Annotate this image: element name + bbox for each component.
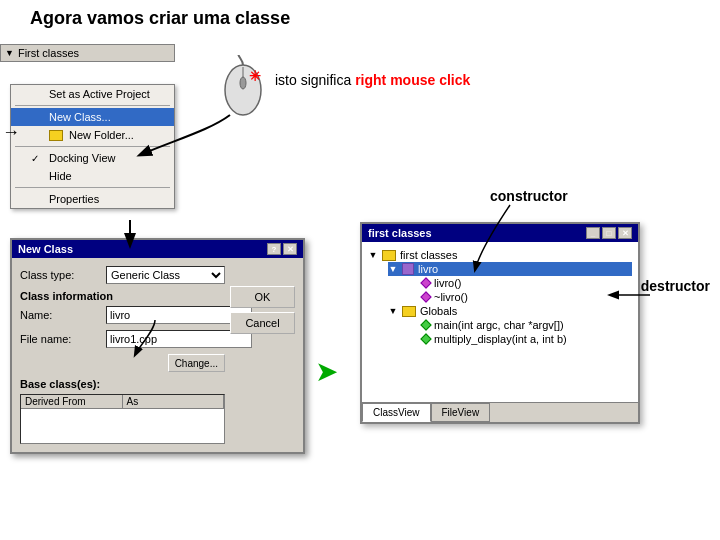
tree-label-root: first classes (400, 249, 457, 261)
constructor-label: constructor (490, 188, 568, 204)
tab-classview[interactable]: ClassView (362, 403, 431, 422)
mouse-icon: ✳ (218, 55, 268, 123)
class-type-row: Class type: Generic Class (20, 266, 225, 284)
destructor-label: destructor (641, 278, 710, 294)
tree-item-livro-constructor[interactable]: livro() (408, 276, 632, 290)
name-label: Name: (20, 309, 100, 321)
panel-titlebar-buttons: _ □ ✕ (586, 227, 632, 239)
menu-item-hide[interactable]: Hide (11, 167, 174, 185)
page-title: Agora vamos criar uma classe (30, 8, 290, 29)
class-type-select[interactable]: Generic Class (106, 266, 225, 284)
project-bar[interactable]: ▼ First classes (0, 44, 175, 62)
menu-item-new-folder[interactable]: New Folder... (11, 126, 174, 144)
as-col: As (123, 395, 225, 408)
dialog-question-btn[interactable]: ? (267, 243, 281, 255)
tree-label-constructor: livro() (434, 277, 462, 289)
diamond-constructor (420, 277, 431, 288)
tree-label-livro: livro (418, 263, 438, 275)
tree-item-root[interactable]: ▼ first classes (368, 248, 632, 262)
instruction-normal: isto significa (275, 72, 355, 88)
tree-label-main: main(int argc, char *argv[]) (434, 319, 564, 331)
expand-icon: ▼ (5, 48, 14, 58)
dialog-content-left: Class type: Generic Class Class informat… (20, 266, 225, 444)
diamond-multiply (420, 333, 431, 344)
project-label: First classes (18, 47, 79, 59)
separator-1 (15, 105, 170, 106)
menu-label-set-active: Set as Active Project (49, 88, 150, 100)
dialog-title: New Class (18, 243, 73, 255)
folder-icon-globals (402, 306, 416, 317)
tree-label-destructor: ~livro() (434, 291, 468, 303)
derived-from-col: Derived From (21, 395, 123, 408)
instruction-text: isto significa right mouse click (275, 72, 470, 88)
filename-row: File name: (20, 330, 225, 348)
folder-icon-root (382, 250, 396, 261)
instruction-highlight: right mouse click (355, 72, 470, 88)
tree-label-globals: Globals (420, 305, 457, 317)
check-docking: ✓ (31, 153, 43, 164)
folder-icon (49, 130, 63, 141)
dialog-titlebar: New Class ? ✕ (12, 240, 303, 258)
diamond-destructor (420, 291, 431, 302)
panel-close-btn[interactable]: ✕ (618, 227, 632, 239)
menu-label-hide: Hide (49, 170, 72, 182)
tab-fileview[interactable]: FileView (431, 403, 491, 422)
panel-minimize-btn[interactable]: _ (586, 227, 600, 239)
svg-text:✳: ✳ (249, 68, 261, 84)
class-info-title: Class information (20, 290, 225, 302)
expand-root: ▼ (368, 250, 378, 260)
panel-title: first classes (368, 227, 432, 239)
dialog-titlebar-buttons: ? ✕ (267, 243, 297, 255)
tree-item-livro-destructor[interactable]: ~livro() (408, 290, 632, 304)
svg-point-2 (240, 77, 246, 89)
panel-titlebar: first classes _ □ ✕ (362, 224, 638, 242)
menu-label-docking: Docking View (49, 152, 115, 164)
panel-tabs: ClassView FileView (362, 402, 638, 422)
context-menu: Set as Active Project New Class... New F… (10, 84, 175, 209)
base-classes-title: Base class(es): (20, 378, 225, 390)
expand-globals: ▼ (388, 306, 398, 316)
change-button[interactable]: Change... (168, 354, 225, 372)
panel-maximize-btn[interactable]: □ (602, 227, 616, 239)
diamond-main (420, 319, 431, 330)
new-class-dialog: New Class ? ✕ Class type: Generic Class … (10, 238, 305, 454)
menu-item-docking[interactable]: ✓ Docking View (11, 149, 174, 167)
classview-panel: first classes _ □ ✕ ▼ first classes ▼ li… (360, 222, 640, 424)
menu-label-new-class: New Class... (49, 111, 111, 123)
green-arrow: ➤ (315, 355, 338, 388)
separator-2 (15, 146, 170, 147)
derived-table: Derived From As (20, 394, 225, 444)
arrow-left: → (2, 122, 20, 143)
tree-label-multiply: multiply_display(int a, int b) (434, 333, 567, 345)
menu-label-new-folder: New Folder... (69, 129, 134, 141)
name-row: Name: ◄ (20, 306, 225, 324)
tree-item-multiply[interactable]: multiply_display(int a, int b) (408, 332, 632, 346)
change-row: Change... (20, 354, 225, 372)
class-type-label: Class type: (20, 269, 100, 281)
context-menu-area: ▼ First classes Set as Active Project Ne… (0, 44, 200, 62)
menu-item-new-class[interactable]: New Class... (11, 108, 174, 126)
tree-item-globals[interactable]: ▼ Globals (388, 304, 632, 318)
panel-body: ▼ first classes ▼ livro livro() ~livro()… (362, 242, 638, 402)
dialog-close-btn[interactable]: ✕ (283, 243, 297, 255)
class-icon-livro (402, 263, 414, 275)
filename-label: File name: (20, 333, 100, 345)
menu-item-properties[interactable]: Properties (11, 190, 174, 208)
dialog-buttons: OK Cancel (230, 286, 295, 334)
expand-livro: ▼ (388, 264, 398, 274)
cancel-button[interactable]: Cancel (230, 312, 295, 334)
menu-item-set-active[interactable]: Set as Active Project (11, 85, 174, 103)
menu-label-properties: Properties (49, 193, 99, 205)
dialog-body: Class type: Generic Class Class informat… (12, 258, 303, 452)
tree-item-main[interactable]: main(int argc, char *argv[]) (408, 318, 632, 332)
tree-item-livro[interactable]: ▼ livro (388, 262, 632, 276)
derived-header: Derived From As (21, 395, 224, 409)
ok-button[interactable]: OK (230, 286, 295, 308)
separator-3 (15, 187, 170, 188)
